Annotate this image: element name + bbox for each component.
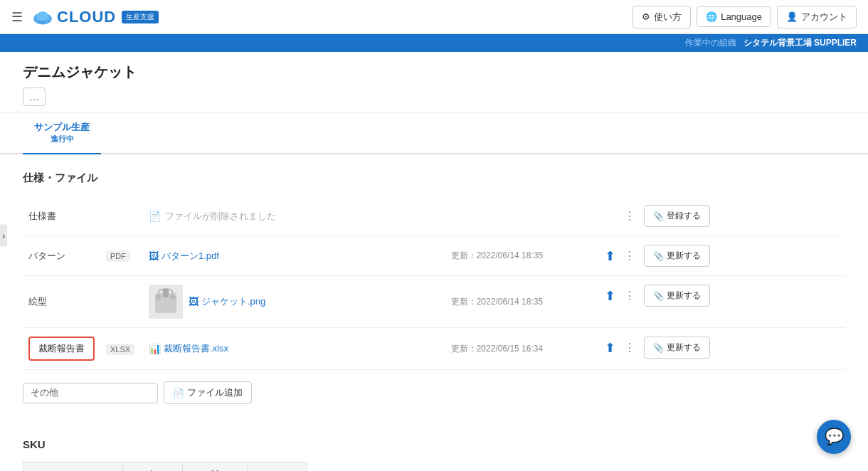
files-section-title: 仕様・ファイル [23,171,845,185]
page-title: デニムジャケット [23,63,845,82]
file-type-pdf: PDF [106,250,130,262]
paperclip-icon: 📎 [653,251,664,261]
chat-icon: 💬 [825,428,844,446]
language-button[interactable]: 🌐 Language [697,6,771,27]
org-name: シタテル背景工場 SUPPLIER [743,38,857,48]
files-table: 仕様書 📄 ファイルが削除されました ⋮ 📎 [23,196,845,370]
logo-cloud-text: CLOUD [57,8,116,26]
table-row: 裁断報告書 XLSX 📊 裁断報告書.xlsx 更新：2022/06/15 16… [23,328,845,370]
sidebar-toggle[interactable]: › [0,225,7,247]
update-sketch-button[interactable]: 📎 更新する [644,285,710,307]
cloud-download-icon[interactable]: ⬆ [605,248,615,264]
tab-label: サンプル生産 [34,122,90,132]
file-date-pattern: 更新：2022/06/14 18:35 [451,250,543,260]
jacket-thumbnail-icon [152,287,180,316]
org-label: 作業中の組織 [685,38,736,48]
sku-col-extra [248,462,307,472]
add-file-row: 📄 ファイル追加 [23,370,845,404]
tabs-bar: サンプル生産 進行中 [0,112,868,154]
cloud-logo-icon [31,6,54,28]
tab-subtitle: 進行中 [34,134,90,144]
language-icon: 🌐 [706,11,717,22]
chat-button[interactable]: 💬 [817,420,851,454]
file-type-xlsx: XLSX [106,344,134,355]
svg-point-3 [37,11,48,21]
file-link-sketch[interactable]: 🖼 ジャケット.png [189,295,265,308]
sku-col-l: L [123,462,183,472]
xlsx-file-icon: 📊 [149,343,161,354]
sku-section-title: SKU [23,438,845,450]
more-options-icon[interactable]: ⋮ [621,338,638,357]
page-title-bar: デニムジャケット … [0,51,868,112]
sku-col-m: M [183,462,248,472]
table-row: 絵型 [23,276,845,328]
table-row: 仕様書 📄 ファイルが削除されました ⋮ 📎 [23,196,845,236]
add-file-button[interactable]: 📄 ファイル追加 [164,381,252,404]
menu-icon[interactable]: ☰ [11,9,23,25]
sku-table: L M NAVY 1 0 1 [23,462,307,471]
account-icon: 👤 [786,11,798,22]
file-deleted-icon: 📄 [149,211,161,222]
more-options-icon[interactable]: ⋮ [621,206,638,226]
tab-sample-production[interactable]: サンプル生産 進行中 [23,112,101,154]
more-options-icon[interactable]: ⋮ [621,246,638,265]
header-left: ☰ CLOUD 生産支援 [11,6,159,28]
svg-rect-5 [163,289,169,297]
sku-section: SKU L M NAVY 1 0 1 [0,421,868,471]
org-bar: 作業中の組織 シタテル背景工場 SUPPLIER [0,34,868,52]
logo-badge: 生産支援 [122,11,159,23]
update-cutting-button[interactable]: 📎 更新する [644,337,710,359]
sku-col-name [23,462,123,472]
app-header: ☰ CLOUD 生産支援 ⚙ 使い方 🌐 Language 👤 アカウント [0,0,868,34]
file-thumbnail [149,285,183,319]
files-section: 仕様・ファイル 仕様書 📄 ファイルが削除されました [0,154,868,421]
paperclip-icon: 📎 [653,291,664,301]
logo: CLOUD 生産支援 [31,6,159,28]
other-label-input[interactable] [23,383,158,403]
table-row: バターン PDF 🖼 バターン1.pdf 更新：2022/06/14 18:35 [23,236,845,276]
pdf-file-icon: 🖼 [149,250,159,262]
file-label-cutting-highlighted: 裁断報告書 [28,337,95,361]
file-date-cutting: 更新：2022/06/15 16:34 [451,344,543,354]
file-link-cutting[interactable]: 📊 裁断報告書.xlsx [149,342,416,355]
add-file-icon: 📄 [173,388,184,398]
help-icon: ⚙ [642,11,650,22]
sidebar-arrow-icon: › [2,231,5,241]
account-button[interactable]: 👤 アカウント [777,6,857,28]
file-label-spec: 仕様書 [28,211,56,221]
help-button[interactable]: ⚙ 使い方 [633,6,691,28]
update-pattern-button[interactable]: 📎 更新する [644,245,710,267]
cloud-download-icon[interactable]: ⬆ [605,288,615,304]
file-deleted-spec: 📄 ファイルが削除されました [149,210,416,223]
header-right: ⚙ 使い方 🌐 Language 👤 アカウント [633,6,857,28]
file-label-sketch: 絵型 [28,296,47,307]
paperclip-icon: 📎 [653,343,664,353]
more-options-icon[interactable]: ⋮ [621,286,638,305]
cloud-download-icon[interactable]: ⬆ [605,340,615,356]
register-button[interactable]: 📎 登録する [644,205,710,227]
file-label-pattern: バターン [28,250,65,261]
page-actions: … [23,88,845,106]
file-date-sketch: 更新：2022/06/14 18:35 [451,297,543,307]
ellipsis-button[interactable]: … [23,88,46,106]
paperclip-icon: 📎 [653,211,664,221]
main-content: › デニムジャケット … サンプル生産 進行中 仕様・ファイル 仕様書 [0,51,868,471]
file-link-pattern[interactable]: 🖼 バターン1.pdf [149,250,416,263]
sku-header-row: L M [23,462,307,472]
image-file-icon: 🖼 [189,296,199,307]
